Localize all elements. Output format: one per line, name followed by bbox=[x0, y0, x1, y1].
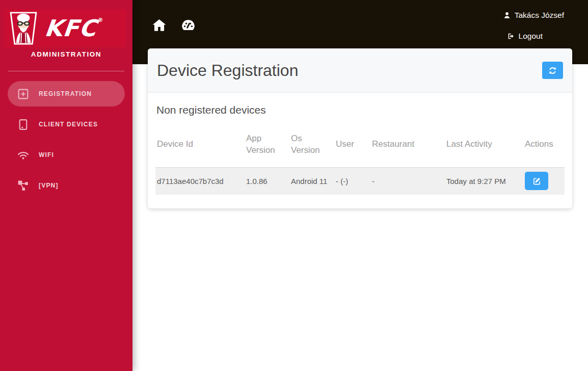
cell-user: - (-) bbox=[334, 167, 370, 195]
user-name: Takács József bbox=[515, 11, 564, 20]
col-restaurant: Restaurant bbox=[370, 122, 445, 167]
user-menu[interactable]: Takács József bbox=[503, 11, 564, 20]
logout-button[interactable]: Logout bbox=[507, 32, 543, 41]
app-window: KFC® ADMINISTRATION REGISTRATION bbox=[0, 0, 588, 371]
devices-table: Device Id App Version Os Version User Re… bbox=[155, 122, 565, 195]
sidebar-menu: REGISTRATION CLIENT DEVICES bbox=[8, 81, 125, 203]
network-icon bbox=[17, 179, 30, 192]
cell-restaurant: - bbox=[370, 167, 445, 195]
edit-icon bbox=[532, 177, 541, 186]
card-body: Non registered devices Device Id App Ver… bbox=[148, 93, 572, 208]
sidebar-item-label: REGISTRATION bbox=[39, 90, 92, 97]
home-icon[interactable] bbox=[151, 17, 168, 33]
sidebar-subtitle: ADMINISTRATION bbox=[0, 50, 132, 58]
sidebar: KFC® ADMINISTRATION REGISTRATION bbox=[0, 0, 132, 371]
wifi-icon bbox=[17, 149, 30, 162]
table-header-row: Device Id App Version Os Version User Re… bbox=[155, 122, 565, 167]
dashboard-icon[interactable] bbox=[180, 17, 197, 33]
cell-app-version: 1.0.86 bbox=[245, 167, 289, 195]
col-os-version: Os Version bbox=[289, 122, 334, 167]
device-registration-card: Device Registration Non registered devic… bbox=[148, 48, 572, 208]
sidebar-item-label: [VPN] bbox=[39, 182, 59, 189]
col-actions: Actions bbox=[523, 122, 565, 167]
sync-icon bbox=[548, 66, 557, 75]
registered-mark: ® bbox=[97, 17, 103, 23]
plus-square-icon bbox=[17, 88, 30, 100]
edit-device-button[interactable] bbox=[525, 172, 548, 190]
section-title: Non registered devices bbox=[156, 104, 565, 116]
table-row: d7113ae40c7b7c3d 1.0.86 Android 11 - (-)… bbox=[155, 167, 565, 195]
sidebar-item-wifi[interactable]: WIFI bbox=[8, 142, 125, 168]
topbar-nav bbox=[151, 17, 197, 33]
user-icon bbox=[503, 11, 511, 19]
sidebar-item-vpn[interactable]: [VPN] bbox=[8, 173, 125, 198]
card-header: Device Registration bbox=[148, 48, 572, 93]
col-user: User bbox=[334, 122, 370, 167]
brand-text: KFC® bbox=[44, 17, 103, 40]
cell-actions bbox=[523, 167, 565, 195]
tablet-icon bbox=[17, 118, 30, 131]
col-last-activity: Last Activity bbox=[445, 122, 523, 167]
logout-label: Logout bbox=[519, 32, 543, 41]
kfc-logo: KFC® bbox=[4, 9, 126, 47]
logout-icon bbox=[507, 32, 515, 40]
col-device-id: Device Id bbox=[155, 122, 245, 167]
sidebar-divider bbox=[8, 71, 124, 71]
sidebar-item-label: WIFI bbox=[39, 151, 54, 158]
page-title: Device Registration bbox=[157, 61, 298, 80]
cell-last-activity: Today at 9:27 PM bbox=[445, 167, 523, 195]
refresh-button[interactable] bbox=[542, 62, 563, 79]
sidebar-item-label: CLIENT DEVICES bbox=[39, 121, 98, 128]
sidebar-item-registration[interactable]: REGISTRATION bbox=[8, 81, 125, 107]
cell-os-version: Android 11 bbox=[289, 167, 334, 195]
colonel-sanders-icon bbox=[8, 11, 39, 46]
col-app-version: App Version bbox=[245, 122, 289, 167]
cell-device-id: d7113ae40c7b7c3d bbox=[155, 167, 245, 195]
sidebar-item-client-devices[interactable]: CLIENT DEVICES bbox=[8, 112, 125, 137]
